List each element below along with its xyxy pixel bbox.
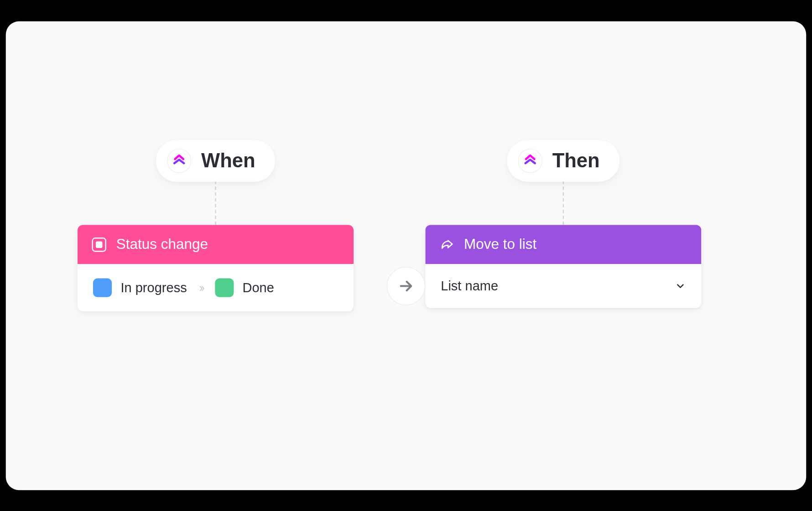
trigger-card[interactable]: Status change In progress ›› Done — [78, 225, 354, 311]
status-transition-icon: ›› — [199, 280, 203, 294]
action-pill: Then — [507, 139, 619, 181]
trigger-card-body: In progress ›› Done — [78, 264, 354, 311]
trigger-connector-line — [215, 181, 216, 225]
status-box-icon — [92, 237, 106, 251]
trigger-pill: When — [156, 139, 275, 181]
status-swatch-from — [93, 278, 112, 297]
automation-diagram: When Status change In progress ›› Done — [6, 21, 807, 490]
action-card-body: List name — [425, 264, 701, 308]
action-connector-line — [563, 181, 564, 225]
action-column: Then Move to list List name — [425, 139, 701, 308]
status-from-label: In progress — [120, 280, 187, 295]
action-card[interactable]: Move to list List name — [425, 225, 701, 308]
list-dropdown[interactable]: List name — [441, 278, 686, 294]
trigger-card-header: Status change — [78, 225, 354, 264]
chevron-down-icon — [675, 280, 686, 291]
status-to-label: Done — [242, 280, 274, 295]
trigger-column: When Status change In progress ›› Done — [78, 139, 354, 311]
status-swatch-to — [215, 278, 234, 297]
action-pill-label: Then — [552, 149, 600, 172]
share-arrow-icon — [440, 237, 454, 251]
clickup-logo-icon — [167, 149, 191, 173]
clickup-logo-icon — [518, 149, 542, 173]
flow-arrow-icon — [387, 267, 426, 305]
action-card-title: Move to list — [464, 236, 536, 253]
trigger-card-title: Status change — [116, 236, 208, 253]
action-card-header: Move to list — [425, 225, 701, 264]
list-dropdown-label: List name — [441, 278, 498, 294]
trigger-pill-label: When — [201, 149, 255, 172]
